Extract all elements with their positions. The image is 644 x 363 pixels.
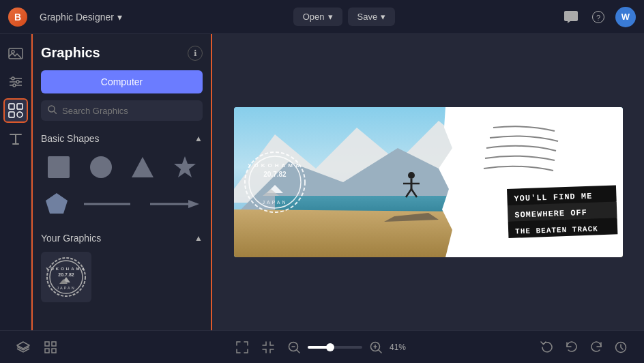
svg-text:YOKOHAMA: YOKOHAMA (248, 162, 302, 169)
basic-shapes-chevron[interactable]: ▲ (194, 134, 203, 143)
your-graphics-chevron[interactable]: ▲ (194, 233, 203, 243)
svg-rect-57 (45, 342, 49, 346)
zoom-slider[interactable] (308, 346, 362, 349)
zoom-control: 41% (284, 338, 411, 357)
basic-shapes-header: Basic Shapes ▲ (41, 133, 203, 144)
svg-point-7 (12, 77, 14, 80)
help-icon[interactable]: ? (588, 7, 609, 27)
svg-point-36 (408, 172, 415, 179)
app-title-button[interactable]: Graphic Designer ▾ (34, 9, 128, 25)
svg-line-63 (297, 350, 299, 353)
shape-square[interactable] (41, 152, 76, 182)
shapes-row2 (41, 189, 203, 219)
svg-text:YOKOHAMA: YOKOHAMA (46, 267, 87, 271)
zoom-thumb (326, 343, 334, 351)
avatar[interactable]: W (615, 7, 636, 27)
svg-point-9 (13, 84, 16, 87)
shape-triangle[interactable] (126, 152, 161, 182)
basic-shapes-label: Basic Shapes (41, 133, 100, 144)
shapes-grid (41, 152, 203, 182)
graphics-grid: YOKOHAMA 20.7.82 JAPAN (41, 252, 203, 302)
svg-point-14 (48, 106, 55, 112)
svg-text:20.7.82: 20.7.82 (58, 272, 74, 277)
iconbar-photos[interactable] (3, 41, 28, 66)
svg-text:JAPAN: JAPAN (262, 200, 287, 205)
header-center: Open ▾ Save ▾ (293, 8, 395, 26)
iconbar-graphics[interactable] (3, 98, 28, 123)
panel-header: Graphics ℹ (41, 45, 203, 61)
svg-rect-12 (9, 112, 14, 117)
svg-text:JAPAN: JAPAN (57, 286, 75, 290)
svg-line-15 (54, 111, 57, 114)
your-graphics-section: Your Graphics ▲ YOKOHAMA 20.7.82 JAPAN (41, 233, 203, 302)
reset-icon[interactable] (538, 338, 557, 357)
iconbar-text[interactable] (3, 127, 28, 151)
iconbar-filters[interactable] (3, 70, 28, 94)
open-button[interactable]: Open ▾ (293, 8, 342, 26)
toolbar-center: 41% (233, 338, 411, 357)
shape-pentagon[interactable] (44, 189, 70, 219)
shape-line[interactable] (80, 189, 136, 219)
svg-rect-10 (9, 104, 14, 109)
compress-icon[interactable] (259, 338, 278, 357)
header: B Graphic Designer ▾ Open ▾ Save ▾ ? W (0, 0, 644, 34)
header-left: B Graphic Designer ▾ (8, 8, 128, 27)
svg-marker-23 (188, 200, 199, 208)
main-area: Graphics ℹ Computer Basic Shapes ▲ (0, 34, 644, 330)
expand-icon[interactable] (233, 338, 252, 357)
info-icon[interactable]: ℹ (188, 46, 203, 61)
svg-line-67 (379, 350, 381, 353)
toolbar-right (538, 338, 630, 357)
svg-rect-59 (45, 349, 49, 353)
app-title-text: Graphic Designer (40, 12, 114, 23)
svg-marker-19 (174, 156, 196, 177)
shape-star[interactable] (167, 152, 203, 182)
chat-icon[interactable] (561, 7, 581, 27)
shape-circle[interactable] (83, 152, 119, 182)
canvas-area[interactable]: YOU'LL FIND ME SOMEWHERE OFF THE BEATEN … (212, 34, 644, 330)
svg-text:20.7.82: 20.7.82 (263, 171, 287, 178)
zoom-in-icon[interactable] (366, 338, 385, 357)
undo-icon[interactable] (562, 338, 581, 357)
header-right: ? W (561, 7, 636, 27)
svg-rect-16 (48, 156, 70, 178)
search-bar (41, 100, 203, 121)
search-input[interactable] (62, 106, 196, 116)
zoom-percent: 41% (390, 343, 411, 352)
computer-button[interactable]: Computer (41, 70, 203, 93)
svg-rect-60 (52, 349, 56, 353)
search-icon (48, 105, 57, 116)
your-graphics-label: Your Graphics (41, 233, 101, 244)
bottom-toolbar: 41% (0, 330, 644, 363)
svg-marker-18 (132, 157, 153, 177)
panel-title: Graphics (41, 45, 100, 61)
graphic-item-stamp[interactable]: YOKOHAMA 20.7.82 JAPAN (41, 252, 91, 302)
layers-icon[interactable] (14, 338, 33, 357)
svg-rect-11 (17, 104, 23, 109)
svg-marker-20 (46, 193, 68, 214)
svg-point-13 (17, 112, 23, 117)
canvas-content: YOU'LL FIND ME SOMEWHERE OFF THE BEATEN … (234, 107, 623, 257)
history-icon[interactable] (611, 338, 630, 357)
sidebar-panel: Graphics ℹ Computer Basic Shapes ▲ (31, 34, 212, 330)
icon-bar (0, 34, 31, 330)
svg-point-17 (90, 156, 112, 178)
zoom-out-icon[interactable] (284, 338, 304, 357)
save-button[interactable]: Save ▾ (348, 8, 396, 26)
canvas-image: YOU'LL FIND ME SOMEWHERE OFF THE BEATEN … (234, 107, 623, 257)
svg-point-8 (16, 81, 19, 83)
redo-icon[interactable] (587, 338, 606, 357)
toolbar-left (14, 338, 60, 357)
svg-rect-58 (52, 342, 56, 346)
your-graphics-header: Your Graphics ▲ (41, 233, 203, 244)
shape-arrow[interactable] (147, 189, 203, 219)
grid-view-icon[interactable] (41, 338, 60, 357)
app-logo[interactable]: B (8, 8, 27, 27)
app-title-arrow: ▾ (117, 12, 122, 23)
svg-text:?: ? (596, 13, 600, 21)
